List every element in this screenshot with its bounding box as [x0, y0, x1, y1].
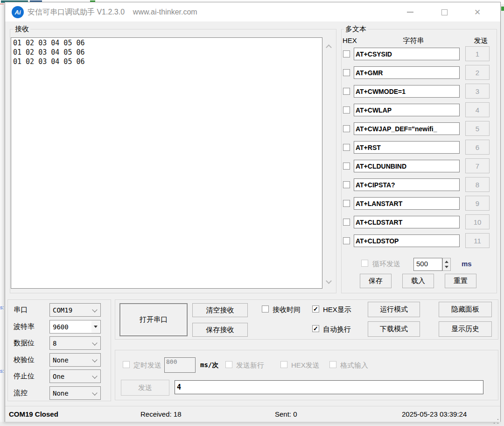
hex-checkbox-3[interactable]: [343, 88, 350, 95]
reset-button[interactable]: 重置: [445, 274, 476, 288]
command-input-8[interactable]: [354, 178, 460, 191]
baudrate-select[interactable]: 9600: [49, 320, 101, 334]
multitext-row: 9: [342, 196, 497, 212]
loop-interval-unit: ms: [462, 260, 472, 268]
send-slot-button-7[interactable]: 7: [465, 158, 490, 173]
dropdown-arrow-icon[interactable]: [91, 321, 100, 333]
flowcontrol-select[interactable]: None: [49, 386, 101, 400]
command-input-1[interactable]: [354, 48, 460, 60]
send-slot-button-9[interactable]: 9: [465, 196, 490, 211]
hide-panel-button[interactable]: 隐藏面板: [439, 302, 492, 317]
maximize-button[interactable]: [434, 6, 455, 18]
hex-display-label: HEX显示: [323, 305, 351, 314]
multitext-row: 2: [342, 65, 497, 81]
send-slot-button-4[interactable]: 4: [465, 102, 490, 117]
spin-down-icon[interactable]: [445, 266, 448, 268]
send-slot-button-3[interactable]: 3: [465, 84, 490, 99]
hex-checkbox-7[interactable]: [343, 163, 350, 170]
hex-checkbox-11[interactable]: [343, 237, 350, 244]
statusbar: COM19 Closed Received: 18 Sent: 0 2025-0…: [5, 406, 500, 422]
multitext-row: 10: [342, 214, 497, 230]
string-column-header: 字符串: [392, 36, 434, 45]
send-slot-button-2[interactable]: 2: [465, 65, 490, 80]
loop-send-checkbox[interactable]: [361, 260, 368, 267]
port-label: 串口: [14, 305, 28, 314]
hex-column-header: HEX: [343, 36, 357, 44]
window-title: 安信可串口调试助手 V1.2.3.0 www.ai-thinker.com: [28, 7, 197, 17]
send-slot-button-1[interactable]: 1: [465, 46, 490, 61]
chevron-down-icon: [92, 308, 98, 313]
save-receive-button[interactable]: 保存接收: [192, 323, 248, 337]
close-button[interactable]: ✕: [467, 6, 488, 18]
timed-send-checkbox[interactable]: [123, 361, 130, 368]
run-mode-button[interactable]: 运行模式: [368, 302, 420, 317]
send-slot-button-5[interactable]: 5: [465, 121, 490, 136]
hex-checkbox-10[interactable]: [343, 219, 350, 226]
hex-checkbox-2[interactable]: [343, 69, 350, 76]
format-input-checkbox[interactable]: [329, 361, 336, 368]
send-data-input[interactable]: [175, 380, 483, 394]
port-status: COM19 Closed: [9, 410, 58, 418]
hex-send-checkbox[interactable]: [280, 361, 287, 368]
multitext-row: 8: [342, 177, 497, 193]
send-button[interactable]: 发送: [121, 380, 169, 396]
resize-grip[interactable]: [497, 419, 498, 420]
stopbits-value: One: [53, 373, 64, 380]
chevron-down-icon: [92, 374, 98, 379]
send-slot-button-6[interactable]: 6: [465, 140, 490, 155]
send-slot-button-10[interactable]: 10: [465, 214, 490, 229]
maximize-icon: [441, 9, 448, 15]
port-select[interactable]: COM19: [49, 303, 101, 317]
command-input-5[interactable]: [354, 122, 460, 135]
titlebar[interactable]: Ai 安信可串口调试助手 V1.2.3.0 www.ai-thinker.com…: [5, 2, 500, 21]
command-input-10[interactable]: [354, 216, 460, 228]
port-value: COM19: [53, 306, 72, 314]
scroll-up-icon[interactable]: [326, 43, 331, 49]
databits-select[interactable]: 8: [49, 336, 101, 350]
serial-row: 串口 COM19: [14, 303, 102, 317]
multitext-row: 1: [342, 46, 497, 62]
hex-checkbox-6[interactable]: [343, 144, 350, 151]
hex-display-checkbox[interactable]: [312, 305, 319, 312]
command-input-11[interactable]: [354, 234, 460, 247]
receive-textarea[interactable]: 01 02 03 04 05 06 01 02 03 04 05 06 01 0…: [11, 37, 322, 289]
save-button[interactable]: 保存: [360, 274, 392, 288]
command-input-6[interactable]: [354, 141, 460, 154]
background-fragment: [501, 7, 504, 11]
multitext-row: 11: [342, 233, 497, 249]
clear-receive-button[interactable]: 清空接收: [192, 303, 248, 317]
scroll-down-icon[interactable]: [326, 279, 331, 284]
hex-checkbox-9[interactable]: [343, 200, 350, 207]
loop-interval-stepper[interactable]: [442, 258, 451, 271]
stopbits-select[interactable]: One: [49, 369, 101, 383]
download-mode-button[interactable]: 下载模式: [368, 321, 420, 337]
hex-checkbox-8[interactable]: [343, 181, 350, 188]
serial-row: 校验位 None: [14, 353, 102, 367]
command-input-9[interactable]: [354, 197, 460, 210]
receive-group-label: 接收: [14, 25, 30, 34]
command-input-7[interactable]: [354, 160, 460, 172]
spin-up-icon[interactable]: [445, 261, 448, 263]
receive-time-checkbox[interactable]: [262, 305, 269, 312]
app-logo-icon: Ai: [12, 6, 24, 18]
load-button[interactable]: 载入: [402, 274, 434, 288]
command-input-4[interactable]: [354, 104, 460, 116]
send-interval-input[interactable]: 800: [164, 357, 196, 373]
send-slot-button-11[interactable]: 11: [465, 233, 490, 248]
send-slot-button-8[interactable]: 8: [465, 177, 490, 192]
hex-checkbox-1[interactable]: [343, 50, 350, 57]
parity-select[interactable]: None: [49, 353, 101, 367]
open-port-button[interactable]: 打开串口: [119, 303, 188, 336]
auto-newline-checkbox[interactable]: [312, 325, 319, 332]
command-input-3[interactable]: [354, 85, 460, 98]
hex-checkbox-5[interactable]: [343, 125, 350, 132]
command-input-2[interactable]: [354, 66, 460, 79]
loop-interval-input[interactable]: 500: [413, 258, 442, 271]
baudrate-label: 波特率: [14, 322, 35, 331]
flowcontrol-value: None: [53, 390, 69, 397]
send-newline-checkbox[interactable]: [225, 361, 232, 368]
hex-checkbox-4[interactable]: [343, 106, 350, 114]
show-history-button[interactable]: 显示历史: [439, 321, 492, 337]
format-input-label: 格式输入: [340, 361, 368, 370]
minimize-button[interactable]: [400, 6, 420, 18]
